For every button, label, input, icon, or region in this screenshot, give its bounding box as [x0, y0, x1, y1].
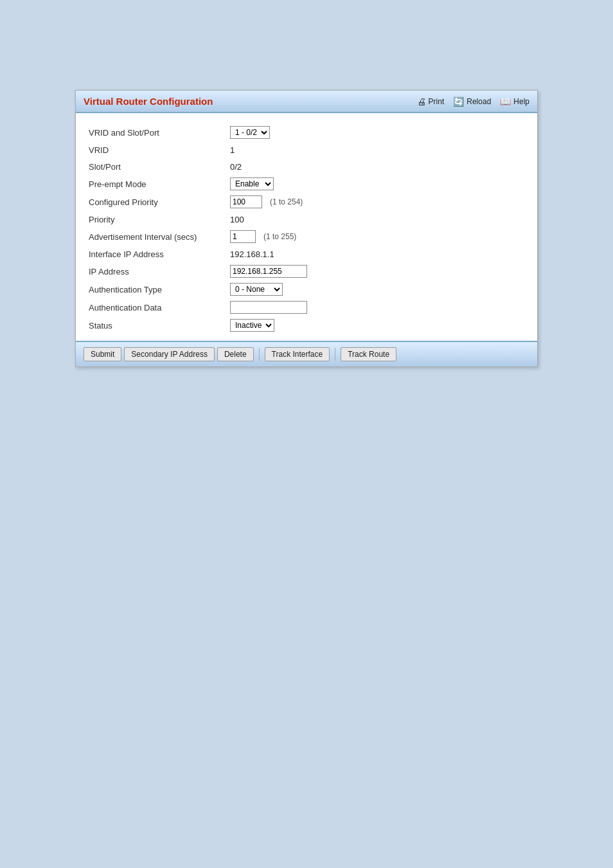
help-label: Help [513, 97, 529, 106]
label-ip-address: IP Address [89, 267, 230, 276]
label-auth-type: Authentication Type [89, 285, 230, 294]
hint-advert-interval: (1 to 255) [263, 232, 296, 241]
delete-button[interactable]: Delete [217, 347, 254, 361]
select-status[interactable]: Inactive Active [230, 319, 274, 332]
panel-body: VRID and Slot/Port 1 - 0/2 VRID 1 Slot/P… [76, 113, 537, 341]
row-ip-address: IP Address [89, 262, 524, 280]
value-status: Inactive Active [230, 319, 274, 332]
row-auth-data: Authentication Data [89, 298, 524, 316]
row-vrid-slot-port: VRID and Slot/Port 1 - 0/2 [89, 123, 524, 141]
row-configured-priority: Configured Priority (1 to 254) [89, 193, 524, 211]
select-vrid-slot-port[interactable]: 1 - 0/2 [230, 126, 270, 139]
help-button[interactable]: 📖 Help [500, 96, 529, 107]
print-icon: 🖨 [417, 96, 426, 107]
value-vrid: 1 [230, 145, 235, 155]
value-priority: 100 [230, 215, 244, 224]
label-configured-priority: Configured Priority [89, 197, 230, 207]
label-vrid-slot-port: VRID and Slot/Port [89, 128, 230, 138]
input-advert-interval[interactable] [230, 230, 256, 243]
value-vrid-slot-port: 1 - 0/2 [230, 126, 270, 139]
value-configured-priority: (1 to 254) [230, 195, 303, 208]
label-advert-interval: Advertisement Interval (secs) [89, 232, 230, 242]
row-advert-interval: Advertisement Interval (secs) (1 to 255) [89, 228, 524, 246]
input-ip-address[interactable] [230, 265, 307, 278]
value-ip-address [230, 265, 307, 278]
panel-header: Virtual Router Configuration 🖨 Print 🔄 R… [76, 91, 537, 113]
value-auth-type: 0 - None 1 - Simple 2 - MD5 [230, 283, 283, 296]
header-actions: 🖨 Print 🔄 Reload 📖 Help [417, 96, 529, 107]
secondary-ip-button[interactable]: Secondary IP Address [124, 347, 215, 361]
track-interface-button[interactable]: Track Interface [265, 347, 330, 361]
reload-button[interactable]: 🔄 Reload [453, 96, 491, 107]
label-slot-port: Slot/Port [89, 162, 230, 172]
value-advert-interval: (1 to 255) [230, 230, 296, 243]
help-icon: 📖 [500, 96, 511, 107]
row-priority: Priority 100 [89, 211, 524, 228]
row-auth-type: Authentication Type 0 - None 1 - Simple … [89, 280, 524, 298]
select-preempt-mode[interactable]: Enable Disable [230, 177, 274, 190]
row-interface-ip: Interface IP Address 192.168.1.1 [89, 246, 524, 262]
value-preempt-mode: Enable Disable [230, 177, 274, 190]
value-slot-port: 0/2 [230, 162, 242, 172]
print-button[interactable]: 🖨 Print [417, 96, 445, 107]
row-vrid: VRID 1 [89, 141, 524, 158]
value-interface-ip: 192.168.1.1 [230, 249, 274, 259]
submit-button[interactable]: Submit [84, 347, 121, 361]
print-label: Print [429, 97, 445, 106]
footer-separator [259, 348, 260, 361]
virtual-router-config-panel: Virtual Router Configuration 🖨 Print 🔄 R… [75, 90, 538, 367]
reload-icon: 🔄 [453, 96, 464, 107]
row-preempt-mode: Pre-empt Mode Enable Disable [89, 175, 524, 193]
select-auth-type[interactable]: 0 - None 1 - Simple 2 - MD5 [230, 283, 283, 296]
label-preempt-mode: Pre-empt Mode [89, 179, 230, 189]
panel-title: Virtual Router Configuration [84, 96, 213, 107]
row-slot-port: Slot/Port 0/2 [89, 158, 524, 175]
reload-label: Reload [466, 97, 491, 106]
label-auth-data: Authentication Data [89, 303, 230, 312]
label-vrid: VRID [89, 145, 230, 155]
input-auth-data[interactable] [230, 301, 307, 314]
value-auth-data [230, 301, 307, 314]
track-route-button[interactable]: Track Route [341, 347, 396, 361]
static-vrid: 1 [230, 145, 235, 155]
static-slot-port: 0/2 [230, 162, 242, 172]
label-interface-ip: Interface IP Address [89, 249, 230, 259]
label-priority: Priority [89, 215, 230, 224]
label-status: Status [89, 321, 230, 330]
panel-footer: Submit Secondary IP Address Delete Track… [76, 341, 537, 366]
footer-separator-2 [335, 348, 335, 361]
hint-configured-priority: (1 to 254) [270, 197, 303, 206]
row-status: Status Inactive Active [89, 316, 524, 334]
static-priority: 100 [230, 215, 244, 224]
input-configured-priority[interactable] [230, 195, 262, 208]
static-interface-ip: 192.168.1.1 [230, 249, 274, 259]
